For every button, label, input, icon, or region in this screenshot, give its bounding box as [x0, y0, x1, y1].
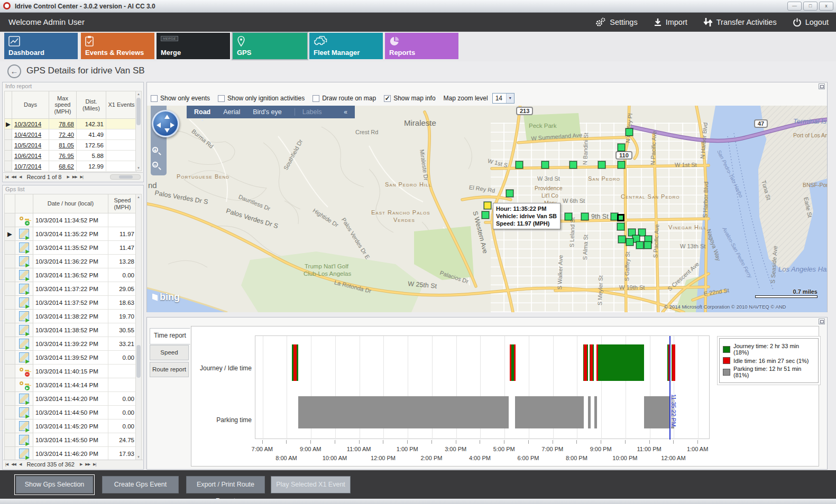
pan-down-icon[interactable]	[164, 128, 170, 133]
tab-gps[interactable]: GPS	[233, 33, 307, 59]
gps-list-row[interactable]: ▶10/3/2014 11:39:22 PM33.21	[5, 337, 137, 351]
gps-list-row[interactable]: ▶10/3/2014 11:44:20 PM0.00	[5, 392, 137, 406]
create-gps-event-button[interactable]: Create Gps Event	[102, 476, 179, 493]
scroll-down-icon[interactable]: ▼	[136, 455, 141, 459]
scroll-thumb[interactable]	[136, 345, 141, 378]
pager-next-button[interactable]: ▶	[80, 462, 82, 466]
gps-list-row[interactable]: ▶10/3/2014 11:46:20 PM17.93	[5, 447, 137, 461]
gps-marker[interactable]	[598, 161, 605, 169]
gps-list-row[interactable]: ▶10/3/2014 11:37:22 PM29.05	[5, 282, 137, 296]
gps-marker[interactable]	[516, 161, 523, 169]
max-speed-link[interactable]: 76.95	[49, 151, 77, 161]
gps-marker[interactable]	[626, 128, 633, 136]
checkbox-icon[interactable]	[218, 95, 225, 102]
info-report-row[interactable]: 10/4/201472.4041.49	[5, 129, 137, 140]
tab-fleet-manager[interactable]: Fleet Manager	[309, 33, 383, 59]
tab-dashboard[interactable]: Dashboard	[4, 33, 78, 59]
pager-forward-button[interactable]: ▶▶	[72, 175, 77, 179]
info-report-row[interactable]: 10/5/201481.05172.56	[5, 140, 137, 151]
back-button[interactable]: ←	[7, 64, 21, 78]
day-link[interactable]: 10/3/2014	[12, 119, 49, 129]
gps-marker[interactable]	[581, 213, 589, 220]
max-speed-link[interactable]: 72.40	[49, 129, 77, 140]
pager-prev-button[interactable]: ◀	[19, 175, 21, 179]
gps-list-row[interactable]: ▶10/3/2014 11:39:52 PM0.00	[5, 351, 137, 365]
scroll-down-icon[interactable]: ▼	[136, 166, 141, 170]
gps-marker-selected[interactable]	[617, 214, 624, 221]
pager-last-button[interactable]: ▶|	[93, 462, 96, 466]
gps-list-row[interactable]: ▶10/3/2014 11:45:20 PM0.00	[5, 419, 137, 433]
tab-merge[interactable]: MERGE Merge	[157, 33, 230, 59]
info-col-x1events[interactable]: X1 Events	[106, 91, 137, 119]
import-button[interactable]: Import	[654, 18, 687, 27]
gps-list-row[interactable]: ▶10/3/2014 11:44:50 PM0.00	[5, 406, 137, 419]
gps-list-row[interactable]: ▶▶10/3/2014 11:35:22 PM11.97	[5, 227, 137, 241]
map-zoom-level-select[interactable]: 14▼	[492, 93, 515, 104]
gps-col-speed[interactable]: Speed (MPH)	[108, 194, 137, 213]
gps-marker[interactable]	[644, 241, 651, 249]
checkbox-show-only-ignition-activities[interactable]: Show only ignition activities	[218, 95, 305, 102]
gps-list-scrollbar[interactable]: ▲ ▼	[135, 194, 142, 460]
close-button[interactable]: x	[819, 2, 833, 11]
map-view-road[interactable]: Road	[194, 108, 210, 116]
max-speed-link[interactable]: 68.62	[49, 161, 77, 172]
day-link[interactable]: 10/5/2014	[12, 140, 49, 151]
pager-last-button[interactable]: ▶|	[80, 175, 83, 179]
scroll-up-icon[interactable]: ▲	[136, 195, 141, 199]
gps-list-row[interactable]: ▶10/3/2014 11:36:22 PM13.28	[5, 255, 137, 268]
gps-list-row[interactable]: −10/3/2014 11:40:15 PM	[5, 365, 137, 378]
gps-marker[interactable]	[617, 223, 624, 230]
gps-list-row[interactable]: ▶10/3/2014 11:45:50 PM24.75	[5, 433, 137, 447]
info-col-dist[interactable]: Dist. (Miles)	[77, 91, 106, 119]
map-pan-compass[interactable]	[152, 110, 179, 137]
map-view-aerial[interactable]: Aerial	[223, 108, 240, 116]
zoom-out-button[interactable]: −	[151, 161, 162, 171]
max-speed-link[interactable]: 78.68	[49, 119, 77, 129]
gps-list-row[interactable]: ▶10/3/2014 11:38:52 PM30.55	[5, 323, 137, 337]
tab-reports[interactable]: Reports	[385, 33, 458, 59]
info-report-row[interactable]: 10/6/201476.955.88	[5, 151, 137, 161]
gps-marker[interactable]	[484, 202, 491, 209]
pager-first-button[interactable]: |◀	[5, 462, 8, 466]
scroll-thumb[interactable]	[136, 98, 141, 125]
map-view-birdseye[interactable]: Bird's eye	[253, 108, 282, 116]
info-col-days[interactable]: Days	[12, 91, 49, 119]
maximize-button[interactable]: □	[803, 2, 817, 11]
checkbox-icon[interactable]: ✓	[384, 95, 391, 102]
minimize-button[interactable]: —	[787, 2, 802, 11]
transfer-activities-button[interactable]: Transfer Activities	[703, 17, 777, 27]
day-link[interactable]: 10/6/2014	[12, 151, 49, 161]
gps-marker[interactable]	[506, 190, 513, 197]
checkbox-show-map-info[interactable]: ✓Show map info	[384, 95, 435, 102]
collapse-panel-icon[interactable]	[819, 83, 825, 89]
gps-col-datetime[interactable]: Date / hour (local)	[33, 194, 108, 213]
collapse-panel-icon[interactable]	[819, 319, 825, 324]
pager-rewind-button[interactable]: ◀◀	[11, 175, 16, 179]
gps-marker[interactable]	[482, 211, 489, 219]
checkbox-show-only-events[interactable]: Show only events	[151, 95, 210, 102]
info-report-row[interactable]: 10/7/201468.6212.99	[5, 161, 137, 172]
pager-next-button[interactable]: ▶	[67, 175, 69, 179]
logout-button[interactable]: Logout	[793, 18, 829, 27]
info-report-row[interactable]: ▶10/3/201478.68142.31	[5, 119, 137, 129]
bing-map[interactable]: MiralesteMiraleste DrCrest RdBurma RdSou…	[147, 106, 827, 312]
checkbox-draw-route-on-map[interactable]: Draw route on map	[313, 95, 376, 102]
gps-marker[interactable]	[618, 236, 626, 243]
gps-marker[interactable]	[626, 238, 633, 246]
pager-prev-button[interactable]: ◀	[19, 462, 21, 466]
gps-list-row[interactable]: ▸10/3/2014 11:44:14 PM	[5, 378, 137, 392]
chevron-down-icon[interactable]: ▼	[506, 94, 514, 103]
gps-list-row[interactable]: ▶10/3/2014 11:37:52 PM18.63	[5, 296, 137, 310]
pager-rewind-button[interactable]: ◀◀	[11, 462, 16, 466]
map-view-labels[interactable]: Labels	[295, 108, 322, 116]
gps-list-row[interactable]: +10/3/2014 11:34:52 PM	[5, 213, 137, 227]
day-link[interactable]: 10/7/2014	[12, 161, 49, 172]
gps-list-row[interactable]: ▶10/3/2014 11:35:52 PM11.47	[5, 241, 137, 255]
tab-events-reviews[interactable]: Events & Reviews	[81, 33, 154, 59]
toolbar-collapse-icon[interactable]: «	[344, 108, 347, 116]
pager-first-button[interactable]: |◀	[5, 175, 8, 179]
scroll-up-icon[interactable]: ▲	[136, 92, 141, 96]
checkbox-icon[interactable]	[151, 95, 158, 102]
gps-marker[interactable]	[565, 213, 572, 220]
tab-route-report[interactable]: Route report	[150, 362, 189, 377]
